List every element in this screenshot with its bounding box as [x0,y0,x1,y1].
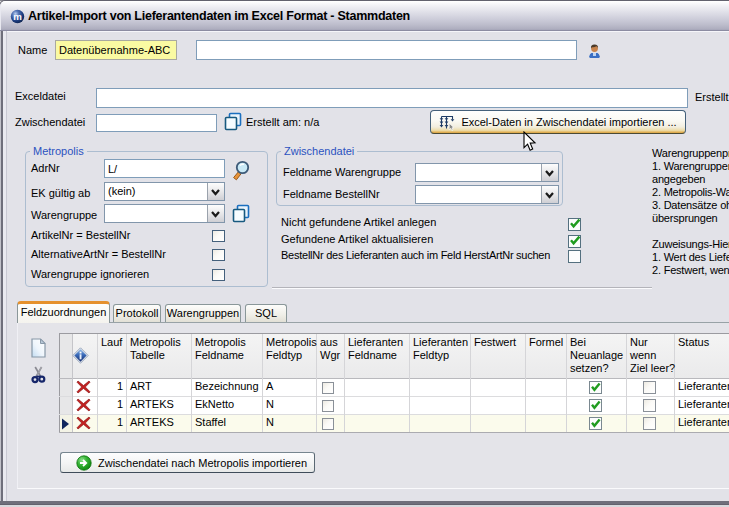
svg-text:m: m [13,11,22,22]
